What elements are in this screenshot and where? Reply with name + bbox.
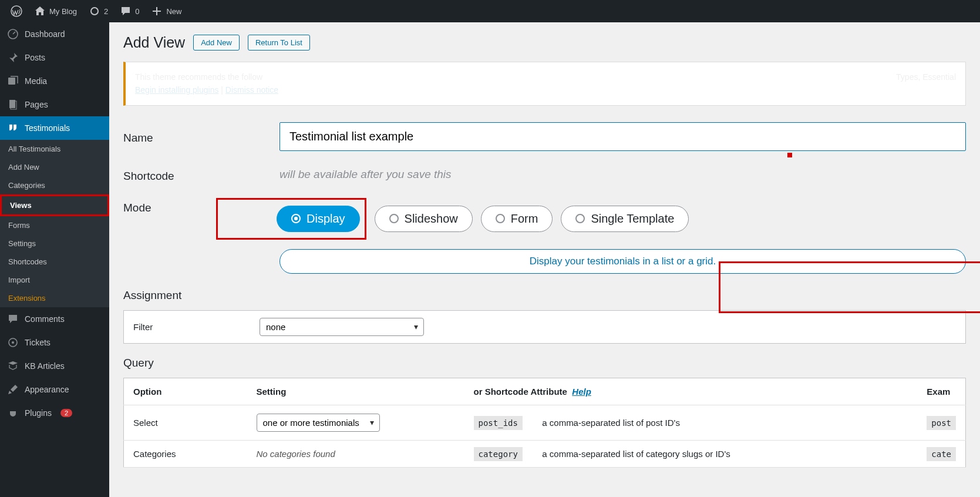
sidebar-item-comments[interactable]: Comments — [0, 307, 109, 331]
sidebar-label: KB Articles — [25, 361, 65, 371]
sidebar-item-media[interactable]: Media — [0, 69, 109, 93]
sub-import[interactable]: Import — [0, 271, 109, 289]
notice-sep: | — [218, 85, 225, 95]
name-row: Name — [123, 122, 966, 151]
media-icon — [7, 75, 19, 87]
sub-all-testimonials[interactable]: All Testimonials — [0, 140, 109, 158]
sub-categories[interactable]: Categories — [0, 176, 109, 194]
home-icon — [34, 5, 46, 17]
mode-row: Mode Display Slideshow Form Single Templ… — [123, 198, 966, 274]
kb-icon — [7, 360, 19, 372]
sub-add-new[interactable]: Add New — [0, 158, 109, 176]
plugin-notice: This theme recommends the follow Types, … — [123, 62, 966, 106]
annotation-dot — [787, 153, 792, 157]
sidebar-item-tickets[interactable]: Tickets — [0, 331, 109, 354]
sidebar-item-posts[interactable]: Posts — [0, 46, 109, 69]
cell-attr: category a comma-separated list of categ… — [464, 440, 918, 467]
plus-icon — [151, 5, 163, 17]
attr-desc: a comma-separated list of post ID's — [542, 418, 680, 428]
help-link[interactable]: Help — [572, 387, 591, 397]
wp-logo[interactable] — [5, 0, 28, 22]
mode-display-button[interactable]: Display — [277, 206, 360, 232]
dismiss-notice-link[interactable]: Dismiss notice — [225, 85, 278, 95]
sidebar-item-kb[interactable]: KB Articles — [0, 354, 109, 378]
plug-icon — [7, 407, 19, 419]
new-content[interactable]: New — [145, 0, 187, 22]
refresh-icon — [89, 5, 100, 17]
shortcode-row: Shortcode will be available after you sa… — [123, 166, 966, 183]
th-option: Option — [124, 378, 247, 405]
code-post-ids: post_ids — [474, 416, 523, 430]
radio-icon — [496, 214, 505, 223]
query-row-categories: Categories No categories found category … — [124, 440, 966, 467]
code-category: category — [474, 447, 523, 461]
mode-label-text: Single Template — [591, 212, 674, 226]
radio-icon — [389, 214, 399, 223]
sub-forms[interactable]: Forms — [0, 216, 109, 234]
exam-code: post — [927, 416, 956, 430]
brush-icon — [7, 384, 19, 395]
filter-label: Filter — [133, 322, 248, 332]
wordpress-icon — [11, 5, 22, 17]
sidebar-label: Posts — [25, 53, 45, 62]
updates[interactable]: 2 — [83, 0, 114, 22]
sidebar-label: Media — [25, 76, 47, 86]
sidebar-label: Plugins — [25, 408, 52, 418]
mode-single-template-button[interactable]: Single Template — [561, 206, 689, 232]
radio-icon — [291, 214, 301, 223]
sidebar-item-dashboard[interactable]: Dashboard — [0, 22, 109, 46]
comments-bubble[interactable]: 0 — [114, 0, 145, 22]
testimonials-submenu: All Testimonials Add New Categories View… — [0, 140, 109, 307]
filter-select[interactable]: none — [260, 318, 424, 336]
page-header: Add View Add New Return To List — [123, 34, 966, 51]
add-new-button[interactable]: Add New — [193, 35, 240, 51]
dashboard-icon — [7, 28, 19, 40]
page-title: Add View — [123, 34, 185, 51]
comment-icon — [7, 313, 19, 325]
query-table: Option Setting or Shortcode Attribute He… — [123, 378, 966, 468]
notice-text-1: This theme recommends the follow — [135, 72, 262, 82]
notice-text-1b: Types, Essential — [896, 70, 956, 83]
svg-point-6 — [12, 341, 14, 344]
sidebar-label: Comments — [25, 314, 65, 324]
mode-slideshow-button[interactable]: Slideshow — [375, 206, 473, 232]
sub-extensions[interactable]: Extensions — [0, 289, 109, 307]
mode-description: Display your testimonials in a list or a… — [279, 249, 966, 274]
cell-setting: No categories found — [247, 440, 464, 467]
comment-icon — [120, 5, 132, 17]
site-home[interactable]: My Blog — [28, 0, 83, 22]
cell-option: Categories — [124, 440, 247, 467]
th-exam: Exam — [917, 378, 965, 405]
pin-icon — [7, 52, 19, 63]
sub-shortcodes[interactable]: Shortcodes — [0, 253, 109, 271]
main-content: Add View Add New Return To List This the… — [109, 22, 980, 497]
sub-settings[interactable]: Settings — [0, 234, 109, 253]
sidebar-label: Pages — [25, 100, 48, 109]
quote-icon — [7, 122, 19, 134]
return-to-list-button[interactable]: Return To List — [248, 35, 310, 51]
cell-exam: post — [917, 405, 965, 440]
cell-setting: one or more testimonials — [247, 405, 464, 440]
sidebar-item-plugins[interactable]: Plugins2 — [0, 401, 109, 425]
cell-option: Select — [124, 405, 247, 440]
sidebar-item-appearance[interactable]: Appearance — [0, 378, 109, 401]
th-attr: or Shortcode Attribute Help — [464, 378, 918, 405]
mode-button-group: Display Slideshow Form Single Template — [279, 198, 966, 240]
sidebar-item-pages[interactable]: Pages — [0, 93, 109, 116]
shortcode-label: Shortcode — [123, 166, 279, 183]
updates-count: 2 — [104, 7, 108, 16]
query-title: Query — [123, 357, 966, 370]
no-categories-text: No categories found — [257, 449, 335, 459]
begin-installing-link[interactable]: Begin installing plugins — [135, 85, 218, 95]
select-posts-dropdown[interactable]: one or more testimonials — [257, 414, 380, 432]
attr-desc: a comma-separated list of category slugs… — [542, 449, 730, 459]
sub-views[interactable]: Views — [0, 194, 109, 216]
assignment-panel: Filter none — [123, 310, 966, 344]
admin-sidebar: Dashboard Posts Media Pages Testimonials… — [0, 22, 109, 497]
th-attr-text: or Shortcode Attribute — [474, 387, 567, 397]
mode-form-button[interactable]: Form — [481, 206, 553, 232]
sidebar-item-testimonials[interactable]: Testimonials — [0, 116, 109, 140]
th-setting: Setting — [247, 378, 464, 405]
site-name: My Blog — [49, 7, 77, 16]
name-input[interactable] — [279, 122, 966, 151]
